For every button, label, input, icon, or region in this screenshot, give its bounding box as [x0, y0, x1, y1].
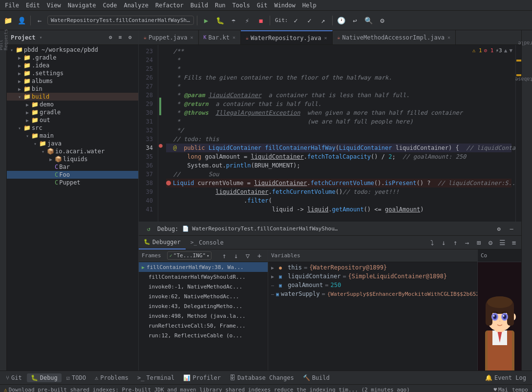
bottom-tab-profiler[interactable]: 📊 Profiler	[179, 373, 225, 382]
frames-filter-btn[interactable]: ▽	[242, 250, 253, 261]
var-item-lc[interactable]: ▶ ▣ liquidContainer = {SimpleLiquidConta…	[268, 272, 477, 281]
project-root[interactable]: ▾ 📁 pbdd ~/workspace/pbdd	[7, 46, 138, 54]
tab-waterrepo[interactable]: ☕ WaterRepository.java ✕	[241, 30, 333, 44]
toolbar-user-btn[interactable]: 👤	[16, 15, 27, 26]
menu-tools[interactable]: Tools	[230, 1, 253, 9]
menu-analyze[interactable]: Analyze	[121, 1, 151, 9]
gradle-label[interactable]: Gradle	[516, 41, 532, 46]
tree-item-demo[interactable]: ▶ 📁 demo	[7, 101, 138, 108]
frames-add-btn[interactable]: +	[254, 250, 265, 261]
tree-item-java[interactable]: ▾ 📁 java	[7, 140, 138, 147]
menu-edit[interactable]: Edit	[23, 1, 43, 9]
bottom-tab-db[interactable]: 🗄 Database Changes	[226, 373, 298, 382]
debug-layout[interactable]: ☰	[497, 237, 508, 248]
debug-settings2[interactable]: ⚙	[485, 237, 496, 248]
frame-3[interactable]: invoke:62, NativeMethodAc...	[139, 291, 268, 301]
debug-step-over[interactable]: ⤵	[426, 237, 437, 248]
frames-up-btn[interactable]: ↑	[219, 250, 230, 261]
menu-window[interactable]: Window	[271, 1, 298, 9]
tree-item-bin[interactable]: ▶ 📁 bin	[7, 85, 138, 93]
error-bar-down[interactable]: ▼	[509, 47, 512, 54]
menu-git[interactable]: Git	[254, 1, 271, 9]
var-item-ws[interactable]: — ▣ waterSupply = {WaterSupply$$Enhancer…	[268, 289, 477, 298]
debug-tab-console[interactable]: >_ Console	[186, 236, 229, 249]
debug-restart-btn[interactable]: ↺	[143, 223, 154, 235]
puppet-tab-close[interactable]: ✕	[191, 35, 193, 40]
waterrepo-tab-close[interactable]: ✕	[324, 35, 327, 41]
tree-item-bar[interactable]: C Bar	[7, 163, 138, 171]
menu-help[interactable]: Help	[299, 1, 319, 9]
history-btn[interactable]: 🕐	[336, 15, 347, 26]
menu-code[interactable]: Code	[100, 1, 120, 9]
bottom-tab-eventlog[interactable]: 🔔 Event Log	[481, 373, 530, 382]
tree-item-package[interactable]: ▾ 📦 io.acari.water	[7, 147, 138, 155]
tab-bar[interactable]: K Bar.kt ✕	[199, 30, 241, 44]
bottom-tab-problems[interactable]: ⚠ Problems	[91, 373, 132, 382]
menu-refactor[interactable]: Refactor	[152, 1, 187, 9]
status-heart[interactable]: ♥ Mai	[493, 387, 508, 392]
debug-minimize-btn[interactable]: —	[506, 223, 517, 235]
debug-settings-btn[interactable]: ⚙	[493, 223, 505, 235]
tree-item-out[interactable]: ▶ 📁 out	[7, 116, 138, 124]
debug-more[interactable]: ≡	[509, 237, 519, 248]
toolbar-open-btn[interactable]: 📁	[2, 15, 14, 26]
tree-item-build[interactable]: ▾ 📁 build	[7, 93, 138, 101]
tree-item-albums[interactable]: ▶ 📁 albums	[7, 77, 138, 85]
menu-build[interactable]: Build	[188, 1, 211, 9]
status-theme[interactable]: tempo	[512, 387, 528, 392]
stop-button[interactable]: ◼	[255, 15, 267, 26]
frame-7[interactable]: run:12, ReflectiveCable (o...	[139, 330, 268, 340]
frame-2[interactable]: invoke0:-1, NativeMethodAc...	[139, 282, 268, 291]
bottom-tab-git[interactable]: ⑂ Git	[2, 373, 26, 382]
frame-1[interactable]: fillContainerHalfWayShouldR...	[139, 272, 268, 282]
native-tab-close[interactable]: ✕	[447, 35, 450, 40]
var-item-this[interactable]: ▶ ● this = {WaterRepository@1899}	[268, 263, 477, 272]
project-cog-btn[interactable]: ⚙	[126, 33, 134, 42]
debug-step-into[interactable]: ↓	[438, 237, 449, 248]
toolbar-back-btn[interactable]: ←	[34, 15, 45, 26]
frames-down-btn[interactable]: ↓	[231, 250, 241, 261]
git-check2-btn[interactable]: ✓	[304, 15, 316, 26]
thread-selector[interactable]: ✓ "Te...ING" ▾	[167, 251, 212, 260]
frame-6[interactable]: runReflectiveCall:50, Frame...	[139, 321, 268, 330]
bar-tab-close[interactable]: ✕	[233, 35, 235, 40]
tab-puppet[interactable]: ☕ Puppet.java ✕	[139, 30, 199, 44]
error-bar-up[interactable]: ▲	[504, 47, 508, 54]
frame-4[interactable]: invoke:43, DelegatingMetho...	[139, 301, 268, 311]
pull-requests-icon[interactable]: Pull Requests	[0, 32, 7, 47]
tree-item-gradle2[interactable]: ▶ 📁 gradle	[7, 108, 138, 116]
frame-0[interactable]: ▶ fillContainerHalfWay:38, Wa...	[139, 262, 268, 272]
debug-tab-debugger[interactable]: 🐛 Debugger	[139, 236, 186, 249]
code-area[interactable]: /** * * * Fills the given container to t…	[162, 45, 515, 222]
tab-native[interactable]: ☕ NativeMethodAccessorImpl.java ✕	[333, 30, 456, 44]
var-item-goal[interactable]: — ▣ goalAmount = 250	[268, 281, 477, 289]
project-gear-btn[interactable]: ⚙	[106, 33, 115, 42]
tree-item-puppet[interactable]: C Puppet	[7, 179, 138, 186]
debug-evaluate[interactable]: ⊞	[473, 237, 484, 248]
database-label[interactable]: Database	[513, 77, 532, 82]
git-arrow-btn[interactable]: ↗	[318, 15, 329, 26]
tree-item-src[interactable]: ▾ 📁 src	[7, 124, 138, 132]
run-button[interactable]: ▶	[200, 15, 212, 26]
menu-view[interactable]: View	[44, 1, 64, 9]
tree-item-main[interactable]: ▾ 📁 main	[7, 132, 138, 140]
project-collapse-btn[interactable]: ≡	[116, 33, 125, 42]
right-gutter-scrollbar[interactable]	[515, 45, 521, 222]
menu-file[interactable]: File	[2, 1, 22, 9]
tree-item-liquids[interactable]: ▶ 📦 liquids	[7, 155, 138, 163]
tree-item-idea[interactable]: ▶ 📁 .idea	[7, 62, 138, 69]
bottom-tab-build[interactable]: 🔨 Build	[299, 373, 334, 382]
coverage-button[interactable]: ☂	[228, 15, 239, 26]
settings-btn[interactable]: ⚙	[377, 15, 388, 26]
undo-btn[interactable]: ↩	[349, 15, 361, 26]
bottom-tab-todo[interactable]: ☑ TODO	[63, 373, 90, 382]
tree-item-foo[interactable]: C Foo	[7, 171, 138, 179]
run-config-selector[interactable]: WaterRepositoryTest.fillContainerHalfWay…	[47, 16, 194, 25]
tree-item-settings[interactable]: ▶ 📁 .settings	[7, 69, 138, 77]
tree-item-gradle1[interactable]: ▶ 📁 .gradle	[7, 54, 138, 62]
bottom-tab-debug[interactable]: 🐛 Debug	[27, 373, 62, 382]
debug-run-button[interactable]: 🐛	[214, 15, 226, 26]
profile-button[interactable]: ⚡	[241, 15, 253, 26]
status-msg-item[interactable]: ⚠ Download pre-built shared indexes: Pre…	[4, 387, 410, 392]
frame-5[interactable]: invoke:498, Method (java.la...	[139, 311, 268, 321]
